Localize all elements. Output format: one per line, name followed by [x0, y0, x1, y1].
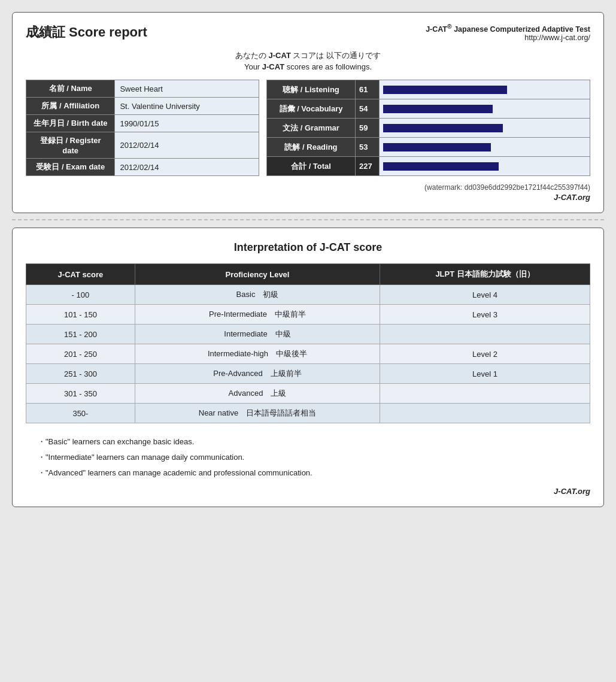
dashed-separator [12, 219, 604, 220]
note-item: "Intermediate" learners can manage daily… [38, 450, 590, 465]
interp-level: Basic 初級 [135, 285, 380, 305]
info-row: 生年月日 / Birth date1990/01/15 [26, 115, 259, 132]
interp-level: Intermediate-high 中級後半 [135, 344, 380, 364]
info-label: 受験日 / Exam date [26, 159, 115, 176]
score-report-card: 成績証 Score report J-CAT® Japanese Compute… [12, 12, 604, 213]
interp-range: 151 - 200 [26, 325, 135, 344]
notes-area: "Basic" learners can exchange basic idea… [38, 434, 590, 481]
score-number: 54 [356, 99, 380, 119]
interp-jlpt [380, 325, 590, 344]
info-label: 生年月日 / Birth date [26, 115, 115, 132]
info-label: 所属 / Affiliation [26, 98, 115, 115]
interp-jlpt: Level 3 [380, 305, 590, 325]
score-number: 61 [356, 80, 380, 99]
score-row: 合計 / Total 227 [267, 157, 590, 176]
interp-col-header: Proficiency Level [135, 264, 380, 285]
interp-title: Interpretation of J-CAT score [26, 241, 590, 254]
score-label: 語彙 / Vocabulary [267, 99, 356, 119]
note-item: "Basic" learners can exchange basic idea… [38, 434, 590, 450]
score-row: 語彙 / Vocabulary 54 [267, 99, 590, 119]
score-bar-outer [383, 162, 586, 171]
interp-level: Pre-Intermediate 中級前半 [135, 305, 380, 325]
watermark-text: (watermark: dd039e6dd2992be1721f44c25539… [26, 183, 590, 192]
score-table: 聴解 / Listening 61 語彙 / Vocabulary 54 文法 … [266, 80, 590, 176]
interp-jlpt: Level 1 [380, 364, 590, 384]
info-row: 登録日 / Register date2012/02/14 [26, 132, 259, 159]
interp-col-header: JLPT 日本語能力試験（旧） [380, 264, 590, 285]
score-bar-cell [380, 80, 590, 99]
score-bar-inner [383, 124, 503, 132]
score-row: 文法 / Grammar 59 [267, 119, 590, 138]
info-value: St. Valentine University [115, 98, 259, 115]
subtitle-area: あなたの J-CAT スコアは 以下の通りです Your J-CAT score… [26, 50, 590, 71]
interp-range: 251 - 300 [26, 364, 135, 384]
interp-level: Intermediate 中級 [135, 325, 380, 344]
score-bar-outer [383, 124, 586, 132]
score-row: 読解 / Reading 53 [267, 138, 590, 157]
info-label: 名前 / Name [26, 80, 115, 98]
info-row: 名前 / NameSweet Heart [26, 80, 259, 98]
info-value: 1990/01/15 [115, 115, 259, 132]
brand-name: J-CAT® Japanese Computerized Adaptive Te… [426, 25, 590, 34]
card1-footer: J-CAT.org [26, 193, 590, 202]
info-row: 受験日 / Exam date2012/02/14 [26, 159, 259, 176]
score-bar-cell [380, 99, 590, 119]
interp-range: - 100 [26, 285, 135, 305]
info-value: 2012/02/14 [115, 159, 259, 176]
interp-row: 151 - 200 Intermediate 中級 [26, 325, 590, 344]
score-label: 読解 / Reading [267, 138, 356, 157]
score-bar-inner [383, 143, 491, 151]
score-bar-outer [383, 143, 586, 151]
report-brand: J-CAT® Japanese Computerized Adaptive Te… [426, 23, 590, 42]
score-bar-cell [380, 157, 590, 176]
interpretation-card: Interpretation of J-CAT score J-CAT scor… [12, 228, 604, 507]
score-label: 聴解 / Listening [267, 80, 356, 99]
interp-row: 201 - 250 Intermediate-high 中級後半 Level 2 [26, 344, 590, 364]
interp-jlpt [380, 404, 590, 423]
score-number: 227 [356, 157, 380, 176]
score-number: 53 [356, 138, 380, 157]
info-value: Sweet Heart [115, 80, 259, 98]
interp-row: 350- Near native 日本語母語話者相当 [26, 404, 590, 423]
brand-url: http://www.j-cat.org/ [524, 34, 590, 42]
score-bar-outer [383, 105, 586, 113]
score-label: 文法 / Grammar [267, 119, 356, 138]
interp-range: 101 - 150 [26, 305, 135, 325]
interp-table: J-CAT scoreProficiency LevelJLPT 日本語能力試験… [26, 263, 590, 423]
interp-range: 201 - 250 [26, 344, 135, 364]
score-bar-inner [383, 86, 507, 94]
interp-level: Pre-Advanced 上級前半 [135, 364, 380, 384]
interp-range: 301 - 350 [26, 384, 135, 404]
interp-level: Advanced 上級 [135, 384, 380, 404]
note-item: "Advanced" learners can manage academic … [38, 465, 590, 481]
interp-jlpt: Level 4 [380, 285, 590, 305]
subtitle-line2: Your J-CAT scores are as followings. [26, 62, 590, 71]
interp-row: 251 - 300 Pre-Advanced 上級前半 Level 1 [26, 364, 590, 384]
info-table: 名前 / NameSweet Heart所属 / AffiliationSt. … [26, 80, 259, 176]
interp-row: 301 - 350 Advanced 上級 [26, 384, 590, 404]
score-bar-inner [383, 162, 499, 171]
score-bar-inner [383, 105, 493, 113]
interp-level: Near native 日本語母語話者相当 [135, 404, 380, 423]
card2-footer: J-CAT.org [26, 487, 590, 496]
score-bar-cell [380, 119, 590, 138]
interp-jlpt: Level 2 [380, 344, 590, 364]
score-number: 59 [356, 119, 380, 138]
score-bar-outer [383, 86, 586, 94]
interp-row: - 100 Basic 初級 Level 4 [26, 285, 590, 305]
report-header: 成績証 Score report J-CAT® Japanese Compute… [26, 23, 590, 42]
info-row: 所属 / AffiliationSt. Valentine University [26, 98, 259, 115]
report-title: 成績証 Score report [26, 23, 147, 41]
interp-col-header: J-CAT score [26, 264, 135, 285]
info-label: 登録日 / Register date [26, 132, 115, 159]
score-label: 合計 / Total [267, 157, 356, 176]
interp-row: 101 - 150 Pre-Intermediate 中級前半 Level 3 [26, 305, 590, 325]
interp-range: 350- [26, 404, 135, 423]
score-row: 聴解 / Listening 61 [267, 80, 590, 99]
subtitle-line1: あなたの J-CAT スコアは 以下の通りです [26, 50, 590, 61]
info-value: 2012/02/14 [115, 132, 259, 159]
info-scores-row: 名前 / NameSweet Heart所属 / AffiliationSt. … [26, 80, 590, 176]
interp-jlpt [380, 384, 590, 404]
score-bar-cell [380, 138, 590, 157]
